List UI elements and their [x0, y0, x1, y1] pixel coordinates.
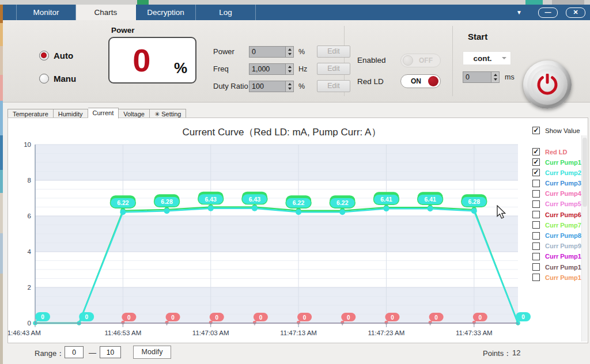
spin-up-icon[interactable]	[288, 66, 292, 68]
legend-checkbox[interactable]	[532, 221, 540, 229]
range-min-input[interactable]	[65, 346, 84, 358]
duty-stepper[interactable]: 100	[249, 81, 294, 92]
tab-monitor[interactable]: Monitor	[16, 5, 76, 20]
edit-duty-button[interactable]: Edit	[317, 80, 350, 92]
svg-text:11:47:03 AM: 11:47:03 AM	[192, 329, 229, 336]
spin-down-icon[interactable]	[288, 88, 292, 90]
svg-text:11:46:53 AM: 11:46:53 AM	[104, 329, 141, 336]
legend-item-red-ld[interactable]: ✓Red LD	[532, 148, 585, 156]
legend-checkbox[interactable]: ✓	[532, 148, 540, 156]
radio-auto[interactable]: Auto	[39, 51, 73, 60]
power-stepper-arrows[interactable]	[285, 46, 294, 58]
freq-stepper-value[interactable]: 1,000	[249, 63, 285, 75]
legend-label: Curr Pump7	[545, 222, 581, 229]
power-button-ring	[527, 65, 568, 105]
power-stepper-value[interactable]: 0	[249, 46, 285, 58]
scrollbar-thumb[interactable]	[583, 138, 587, 207]
tab-decryption[interactable]: Decryption	[136, 5, 196, 20]
points-value: 12	[512, 348, 520, 357]
spin-down-icon[interactable]	[494, 78, 497, 81]
spin-down-icon[interactable]	[288, 53, 292, 55]
legend-checkbox[interactable]: ✓	[532, 169, 540, 176]
legend-item-curr-pump12[interactable]: Curr Pump12	[532, 274, 585, 281]
legend-item-curr-pump1[interactable]: ✓Curr Pump1	[532, 158, 585, 166]
legend-checkbox[interactable]	[532, 242, 540, 250]
minimize-button[interactable]: —	[538, 7, 558, 18]
start-mode-select[interactable]: cont.	[463, 51, 511, 65]
spin-up-icon[interactable]	[494, 74, 497, 76]
tab-setting-label: Setting	[161, 111, 181, 117]
tab-charts[interactable]: Charts	[76, 5, 136, 20]
show-value-row[interactable]: ✓ Show Value	[532, 127, 580, 134]
duty-stepper-arrows[interactable]	[285, 81, 294, 92]
legend-item-curr-pump10[interactable]: Curr Pump10	[532, 253, 585, 260]
radio-manu-icon[interactable]	[39, 74, 49, 84]
legend-scrollbar[interactable]	[581, 135, 587, 342]
spin-up-icon[interactable]	[288, 48, 292, 51]
spin-up-icon[interactable]	[288, 83, 292, 85]
legend-checkbox[interactable]	[532, 232, 540, 240]
legend-item-curr-pump5[interactable]: Curr Pump5	[532, 200, 585, 208]
duration-stepper[interactable]: 0	[463, 71, 500, 83]
power-display-value: 0	[109, 40, 174, 81]
tab-log[interactable]: Log	[196, 5, 256, 20]
legend-checkbox[interactable]	[532, 274, 540, 281]
range-dash: —	[89, 348, 96, 357]
svg-text:0: 0	[434, 314, 438, 321]
svg-text:11:47:23 AM: 11:47:23 AM	[368, 329, 405, 336]
legend-item-curr-pump7[interactable]: Curr Pump7	[532, 221, 585, 229]
red-ld-toggle[interactable]: ON	[400, 74, 441, 88]
start-power-button[interactable]	[523, 60, 572, 109]
chart-footer: Range： — Modify Points： 12	[3, 343, 590, 364]
power-stepper[interactable]: 0	[249, 46, 294, 58]
close-button[interactable]: ✕	[566, 7, 585, 18]
menu-caret-icon[interactable]: ▼	[508, 9, 530, 16]
legend-checkbox[interactable]	[532, 211, 540, 218]
param-duty-label: Duty Ratio	[213, 82, 249, 90]
param-row-power: Power 0 % Edit	[213, 46, 350, 58]
radio-auto-icon[interactable]	[39, 51, 49, 60]
freq-stepper-arrows[interactable]	[285, 63, 294, 75]
legend-item-curr-pump2[interactable]: ✓Curr Pump2	[532, 169, 585, 176]
red-ld-toggle-state: ON	[411, 77, 421, 85]
svg-text:6.41: 6.41	[424, 196, 436, 203]
chart-panel: Current Curve（Red LD: mA, Pump Curr: A） …	[7, 117, 588, 343]
legend-item-curr-pump8[interactable]: Curr Pump8	[532, 232, 585, 240]
enabled-toggle[interactable]: OFF	[400, 54, 441, 67]
edit-power-button[interactable]: Edit	[317, 46, 350, 58]
legend-item-curr-pump9[interactable]: Curr Pump9	[532, 242, 585, 250]
legend-checkbox[interactable]	[532, 200, 540, 208]
svg-text:6: 6	[28, 213, 31, 219]
duty-stepper-value[interactable]: 100	[249, 81, 285, 92]
legend-label: Red LD	[545, 149, 568, 156]
legend-item-curr-pump6[interactable]: Curr Pump6	[532, 211, 585, 218]
edit-freq-button[interactable]: Edit	[317, 63, 350, 75]
legend-checkbox[interactable]	[532, 253, 540, 260]
legend-item-curr-pump4[interactable]: Curr Pump4	[532, 190, 585, 198]
param-row-duty: Duty Ratio 100 % Edit	[213, 80, 350, 92]
tab-current[interactable]: Current	[88, 108, 119, 119]
power-display-unit: %	[174, 59, 187, 77]
range-max-input[interactable]	[100, 346, 121, 358]
spin-down-icon[interactable]	[288, 70, 292, 73]
modify-button[interactable]: Modify	[133, 346, 171, 359]
freq-stepper[interactable]: 1,000	[249, 63, 294, 75]
legend-item-curr-pump3[interactable]: Curr Pump3	[532, 180, 585, 187]
legend-label: Curr Pump10	[545, 253, 585, 260]
legend-checkbox[interactable]	[532, 190, 540, 198]
legend-checkbox[interactable]	[532, 263, 540, 271]
duration-stepper-value[interactable]: 0	[463, 71, 491, 83]
show-value-checkbox[interactable]: ✓	[532, 127, 540, 134]
radio-manu[interactable]: Manu	[39, 74, 76, 84]
legend-label: Curr Pump12	[545, 274, 585, 281]
enabled-label: Enabled	[357, 56, 386, 65]
svg-text:0: 0	[479, 314, 482, 321]
legend-checkbox[interactable]	[532, 180, 540, 187]
legend-item-curr-pump11[interactable]: Curr Pump11	[532, 263, 585, 271]
duration-stepper-arrows[interactable]	[491, 71, 500, 83]
svg-text:6.22: 6.22	[293, 199, 305, 206]
legend-checkbox[interactable]: ✓	[532, 158, 540, 166]
svg-text:0: 0	[85, 314, 88, 320]
start-mode-value: cont.	[463, 54, 502, 63]
control-panel: Auto Manu Power 0 % Power 0 % Edit Freq …	[3, 20, 590, 103]
